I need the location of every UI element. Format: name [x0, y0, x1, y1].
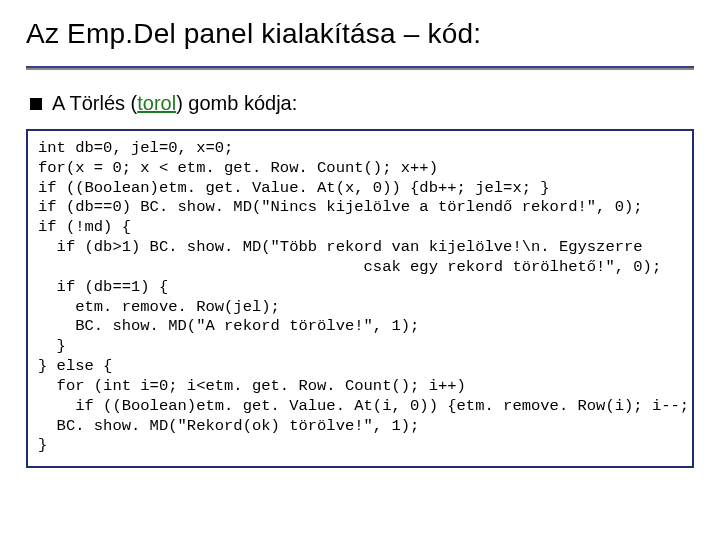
title-rule [26, 66, 694, 70]
method-name: torol [137, 92, 176, 114]
square-bullet-icon [30, 98, 42, 110]
bullet-pre: A Törlés ( [52, 92, 137, 114]
page-title: Az Emp.Del panel kialakítása – kód: [26, 18, 694, 50]
bullet-row: A Törlés (torol) gomb kódja: [26, 92, 694, 115]
bullet-post: ) gomb kódja: [176, 92, 297, 114]
title-wrap: Az Emp.Del panel kialakítása – kód: [26, 18, 694, 60]
bullet-text: A Törlés (torol) gomb kódja: [52, 92, 297, 115]
code-block: int db=0, jel=0, x=0; for(x = 0; x < etm… [26, 129, 694, 468]
slide: Az Emp.Del panel kialakítása – kód: A Tö… [0, 0, 720, 540]
